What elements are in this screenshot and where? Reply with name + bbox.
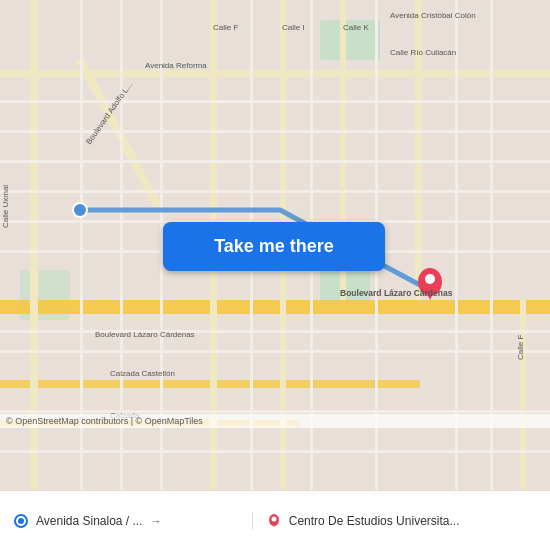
to-section[interactable]: Centro De Estudios Universita...: [253, 512, 550, 530]
arrow-icon: →: [151, 515, 162, 527]
svg-point-54: [271, 516, 276, 521]
svg-text:Calzada Castellón: Calzada Castellón: [110, 369, 175, 378]
svg-rect-14: [520, 300, 526, 490]
svg-text:Avenida Reforma: Avenida Reforma: [145, 61, 207, 70]
from-icon: [12, 512, 30, 530]
svg-point-36: [425, 274, 435, 284]
svg-text:Calle F: Calle F: [213, 23, 238, 32]
svg-point-51: [18, 518, 24, 524]
svg-text:Calle Río Culiacán: Calle Río Culiacán: [390, 48, 456, 57]
from-label: Avenida Sinaloa / ...: [36, 514, 143, 528]
svg-rect-13: [415, 0, 422, 300]
bottom-bar: Avenida Sinaloa / ... → Centro De Estudi…: [0, 490, 550, 550]
svg-text:Calle I: Calle I: [282, 23, 305, 32]
svg-text:Calle Uxmal: Calle Uxmal: [1, 185, 10, 228]
to-icon: [265, 512, 283, 530]
svg-text:Calle K: Calle K: [343, 23, 369, 32]
svg-text:Boulevard Lázaro Cárdenas: Boulevard Lázaro Cárdenas: [95, 330, 195, 339]
map-container: Avenida Cristóbal Colón Avenida Reforma …: [0, 0, 550, 490]
take-me-there-button[interactable]: Take me there: [163, 222, 385, 271]
svg-point-33: [73, 203, 87, 217]
svg-text:Avenida Cristóbal Colón: Avenida Cristóbal Colón: [390, 11, 476, 20]
to-label: Centro De Estudios Universita...: [289, 514, 460, 528]
osm-attribution: © OpenStreetMap contributors | © OpenMap…: [0, 414, 550, 428]
from-section[interactable]: Avenida Sinaloa / ... →: [0, 512, 253, 530]
osm-text: © OpenStreetMap contributors | © OpenMap…: [6, 416, 203, 426]
svg-text:Boulevard Lázaro Cárdenas: Boulevard Lázaro Cárdenas: [340, 288, 453, 298]
svg-text:Calle F: Calle F: [516, 335, 525, 360]
